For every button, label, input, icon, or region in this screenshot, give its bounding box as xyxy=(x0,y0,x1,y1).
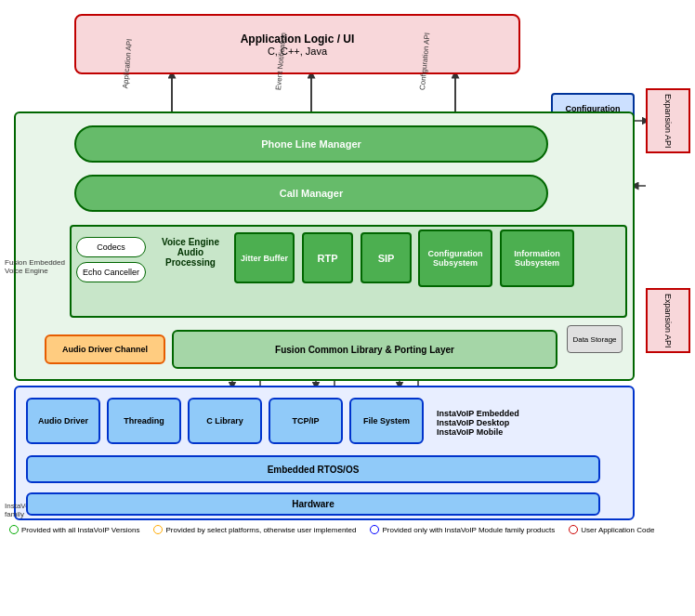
call-manager-box: Call Manager xyxy=(74,175,548,212)
expansion-api-top-label: Expansion API xyxy=(663,94,673,149)
echo-canceller-label: Echo Canceller xyxy=(83,268,139,277)
legend-label-2: Provided by select platforms, otherwise … xyxy=(165,526,356,534)
threading-label: Threading xyxy=(124,416,164,426)
config-subsystem-box: Configuration Subsystem xyxy=(418,229,492,287)
legend-circle-4 xyxy=(569,525,578,534)
legend-item-3: Provided only with InstaVoIP Module fami… xyxy=(370,525,555,534)
diagram-container: Application Logic / UI C, C++, Java Appl… xyxy=(0,0,695,616)
tcpip-box: TCP/IP xyxy=(269,398,343,444)
app-logic-title: Application Logic / UI xyxy=(241,33,355,46)
audio-driver-channel-label: Audio Driver Channel xyxy=(62,345,148,354)
jitter-buffer-label: Jitter Buffer xyxy=(241,254,288,263)
hardware-box: Hardware xyxy=(26,492,600,516)
echo-canceller-box: Echo Canceller xyxy=(76,262,146,282)
audio-driver-box: Audio Driver xyxy=(26,398,100,444)
file-system-label: File System xyxy=(363,416,410,426)
info-subsystem-label: Information Subsystem xyxy=(502,249,572,268)
legend-circle-1 xyxy=(9,525,19,534)
fusion-common-library-box: Fusion Common Library & Porting Layer xyxy=(172,330,557,369)
rtos-box: Embedded RTOS/OS xyxy=(26,455,600,483)
app-logic-box: Application Logic / UI C, C++, Java xyxy=(74,14,520,74)
legend-item-4: User Application Code xyxy=(569,525,654,534)
rtp-box: RTP xyxy=(302,232,353,283)
rtp-label: RTP xyxy=(318,253,338,264)
audio-driver-label: Audio Driver xyxy=(38,416,88,426)
legend-circle-3 xyxy=(370,525,379,534)
legend-circle-2 xyxy=(153,525,163,534)
phone-line-label: Phone Line Manager xyxy=(261,138,361,150)
sip-box: SIP xyxy=(361,232,412,283)
file-system-box: File System xyxy=(349,398,424,444)
tcpip-label: TCP/IP xyxy=(292,416,319,426)
threading-box: Threading xyxy=(107,398,181,444)
instavoip-desktop-label: InstaVoIP Desktop xyxy=(437,418,519,427)
instavoip-mobile-label: InstaVoIP Mobile xyxy=(437,427,519,437)
rtos-label: Embedded RTOS/OS xyxy=(268,465,360,475)
hardware-label: Hardware xyxy=(292,499,334,509)
data-storage-box: Data Storage xyxy=(567,325,623,353)
fusion-ve-label: Fusion Embedded Voice Engine xyxy=(5,258,70,275)
legend-label-3: Provided only with InstaVoIP Module fami… xyxy=(382,526,555,534)
legend-item-2: Provided by select platforms, otherwise … xyxy=(153,525,356,534)
data-storage-label: Data Storage xyxy=(572,335,616,344)
expansion-api-top: Expansion API xyxy=(646,88,690,153)
ve-audio-label: Voice Engine Audio Processing xyxy=(153,237,228,268)
phone-line-manager-box: Phone Line Manager xyxy=(74,125,548,163)
call-manager-label: Call Manager xyxy=(280,188,343,199)
instavoip-embedded-label: InstaVoIP Embedded xyxy=(437,409,519,418)
sip-label: SIP xyxy=(378,253,395,264)
audio-driver-channel-box: Audio Driver Channel xyxy=(45,334,165,364)
legend-area: Provided with all InstaVoIP Versions Pro… xyxy=(9,525,695,534)
expansion-api-bottom: Expansion API xyxy=(646,288,690,353)
legend-label-1: Provided with all InstaVoIP Versions xyxy=(21,526,139,534)
jitter-buffer-box: Jitter Buffer xyxy=(234,232,295,283)
legend-item-1: Provided with all InstaVoIP Versions xyxy=(9,525,139,534)
c-library-box: C Library xyxy=(188,398,262,444)
config-subsystem-label: Configuration Subsystem xyxy=(420,249,491,268)
codecs-box: Codecs xyxy=(76,237,146,257)
codecs-label: Codecs xyxy=(97,242,125,252)
expansion-api-bottom-label: Expansion API xyxy=(663,294,673,348)
fusion-common-label: Fusion Common Library & Porting Layer xyxy=(275,345,454,355)
legend-label-4: User Application Code xyxy=(581,526,654,534)
c-library-label: C Library xyxy=(206,416,243,426)
product-labels: InstaVoIP Embedded InstaVoIP Desktop Ins… xyxy=(437,409,519,437)
info-subsystem-box: Information Subsystem xyxy=(500,229,574,287)
